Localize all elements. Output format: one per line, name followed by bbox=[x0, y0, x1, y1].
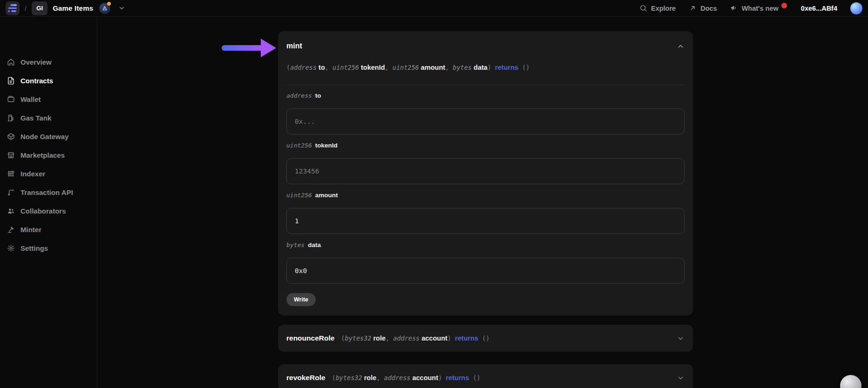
param-name: data bbox=[308, 241, 321, 248]
project-name[interactable]: Game Items bbox=[53, 4, 93, 12]
network-badge-icon[interactable] bbox=[99, 3, 110, 14]
chevron-down-icon[interactable] bbox=[118, 5, 125, 12]
external-link-icon bbox=[689, 4, 697, 12]
contract-functions-list: mint (address to, uint256 tokenId, uint2… bbox=[278, 31, 693, 388]
sidebar-item-label: Transaction API bbox=[20, 188, 73, 196]
function-name: revokeRole bbox=[286, 372, 326, 383]
grid-icon bbox=[7, 170, 15, 178]
input-to[interactable] bbox=[286, 108, 685, 134]
notification-dot bbox=[781, 3, 787, 8]
nav-label: Explore bbox=[651, 5, 676, 12]
sidebar-item-wallet[interactable]: Wallet bbox=[0, 90, 97, 108]
nav-label: Docs bbox=[700, 5, 717, 12]
header-nav: ExploreDocsWhat's new 0xe6...ABf4 bbox=[639, 2, 862, 14]
users-icon bbox=[7, 207, 15, 215]
nav-label: What's new bbox=[742, 5, 779, 12]
param-type: uint256 bbox=[286, 192, 312, 199]
function-name: mint bbox=[286, 40, 302, 52]
function-signature: (bytes32 role, address account) returns … bbox=[332, 372, 481, 383]
sidebar-item-label: Overview bbox=[20, 58, 52, 66]
sidebar-item-label: Gas Tank bbox=[20, 114, 51, 122]
function-card-renouncerole[interactable]: renounceRole(bytes32 role, address accou… bbox=[278, 325, 693, 352]
param-name: tokenId bbox=[315, 142, 338, 149]
field-label-data: bytesdata bbox=[286, 241, 685, 249]
megaphone-icon bbox=[730, 4, 738, 12]
chevron-down-icon[interactable] bbox=[677, 374, 685, 382]
input-tokenId[interactable] bbox=[286, 158, 685, 184]
param-name: to bbox=[315, 92, 321, 99]
field-label-to: addressto bbox=[286, 92, 685, 100]
input-data[interactable] bbox=[286, 258, 685, 284]
function-card-mint: mint (address to, uint256 tokenId, uint2… bbox=[278, 31, 693, 315]
search-icon bbox=[639, 4, 647, 12]
wallet-icon bbox=[7, 95, 15, 103]
sidebar-item-settings[interactable]: Settings bbox=[0, 239, 97, 257]
nav-explore[interactable]: Explore bbox=[639, 4, 676, 12]
sidebar-item-label: Collaborators bbox=[20, 207, 66, 215]
param-type: uint256 bbox=[286, 142, 312, 149]
storefront-icon bbox=[7, 151, 15, 159]
input-amount[interactable] bbox=[286, 208, 685, 234]
sidebar: OverviewContractsWalletGas TankNode Gate… bbox=[0, 17, 97, 388]
function-card-revokerole[interactable]: revokeRole(bytes32 role, address account… bbox=[278, 364, 693, 388]
field-label-tokenId: uint256tokenId bbox=[286, 141, 685, 150]
nav-docs[interactable]: Docs bbox=[689, 4, 717, 12]
param-type: address bbox=[286, 92, 312, 99]
function-name: renounceRole bbox=[286, 333, 334, 344]
sidebar-item-label: Minter bbox=[20, 226, 41, 234]
param-type: bytes bbox=[286, 241, 305, 248]
gear-icon bbox=[7, 244, 15, 252]
project-badge[interactable]: GI bbox=[32, 1, 47, 15]
breadcrumb-separator: / bbox=[25, 4, 27, 12]
breadcrumb: / GI Game Items bbox=[6, 1, 125, 15]
collapsed-functions: renounceRole(bytes32 role, address accou… bbox=[278, 325, 693, 388]
contract-icon bbox=[7, 77, 15, 85]
sidebar-item-collaborators[interactable]: Collaborators bbox=[0, 201, 97, 220]
function-signature: (bytes32 role, address account) returns … bbox=[341, 333, 489, 344]
sidebar-item-overview[interactable]: Overview bbox=[0, 53, 97, 71]
gavel-icon bbox=[7, 226, 15, 234]
sidebar-item-label: Node Gateway bbox=[20, 133, 68, 140]
avatar[interactable] bbox=[850, 2, 862, 14]
sidebar-item-contracts[interactable]: Contracts bbox=[0, 71, 97, 90]
sidebar-item-indexer[interactable]: Indexer bbox=[0, 164, 97, 183]
app-window: / GI Game Items ExploreDocsWhat's new 0x… bbox=[0, 0, 868, 388]
gas-pump-icon bbox=[7, 114, 15, 122]
sidebar-item-minter[interactable]: Minter bbox=[0, 220, 97, 239]
route-icon bbox=[7, 188, 15, 196]
chevron-up-icon[interactable] bbox=[677, 42, 685, 50]
sidebar-item-label: Settings bbox=[20, 244, 48, 252]
function-fields: addresstouint256tokenIduint256amountbyte… bbox=[286, 92, 685, 284]
field-label-amount: uint256amount bbox=[286, 191, 685, 200]
sidebar-item-label: Indexer bbox=[20, 170, 45, 178]
param-name: amount bbox=[315, 192, 338, 199]
function-signature: (address to, uint256 tokenId, uint256 am… bbox=[286, 62, 685, 73]
sidebar-item-label: Wallet bbox=[20, 95, 41, 103]
chevron-down-icon[interactable] bbox=[677, 334, 685, 342]
divider bbox=[286, 85, 685, 85]
sidebar-item-label: Marketplaces bbox=[20, 151, 65, 159]
home-icon bbox=[7, 58, 15, 66]
top-header: / GI Game Items ExploreDocsWhat's new 0x… bbox=[0, 0, 868, 17]
nav-what-s-new[interactable]: What's new bbox=[730, 4, 788, 12]
cube-icon bbox=[7, 133, 15, 140]
sequence-logo-icon[interactable] bbox=[6, 1, 20, 15]
main-content: mint (address to, uint256 tokenId, uint2… bbox=[97, 17, 868, 388]
network-notification-dot bbox=[107, 2, 111, 6]
sidebar-item-marketplaces[interactable]: Marketplaces bbox=[0, 146, 97, 164]
wallet-address[interactable]: 0xe6...ABf4 bbox=[801, 5, 837, 12]
sidebar-item-gas-tank[interactable]: Gas Tank bbox=[0, 108, 97, 127]
sidebar-item-transaction-api[interactable]: Transaction API bbox=[0, 183, 97, 201]
sidebar-item-node-gateway[interactable]: Node Gateway bbox=[0, 127, 97, 146]
annotation-arrow-icon bbox=[222, 39, 280, 57]
sidebar-item-label: Contracts bbox=[20, 77, 53, 85]
write-button[interactable]: Write bbox=[286, 293, 316, 306]
mint-card-header[interactable]: mint bbox=[286, 40, 685, 52]
